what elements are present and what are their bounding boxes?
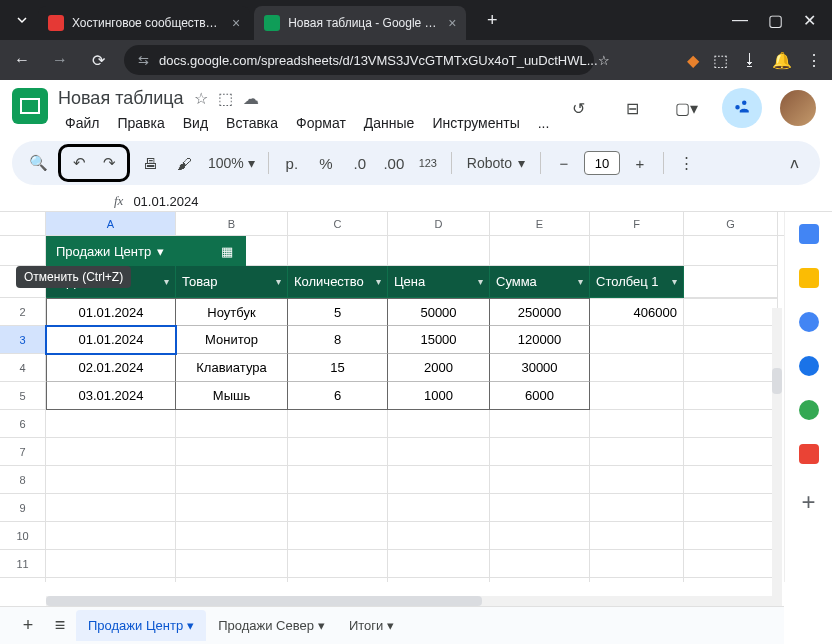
cell[interactable]: 2000 — [388, 354, 490, 382]
sheet-tab-1[interactable]: Продажи Север▾ — [206, 610, 337, 641]
cell[interactable]: 02.01.2024 — [46, 354, 176, 382]
address-bar[interactable]: ⇆ docs.google.com/spreadsheets/d/13VMS3J… — [124, 45, 594, 75]
close-button[interactable]: ✕ — [803, 11, 816, 30]
cell[interactable]: 6000 — [490, 382, 590, 410]
extension-icon[interactable]: ◆ — [687, 51, 699, 70]
new-tab-button[interactable]: + — [478, 10, 506, 31]
extensions-button[interactable]: ⬚ — [713, 51, 728, 70]
increase-font-button[interactable]: + — [626, 149, 654, 177]
menu-tools[interactable]: Инструменты — [425, 111, 526, 135]
col-header-D[interactable]: D — [388, 212, 490, 235]
cells[interactable]: Продажи Центр ▾ ▦ ✎ Дата▾ Товар▾ Количес… — [46, 236, 778, 582]
table-header[interactable]: Количество▾ — [288, 266, 388, 298]
add-sheet-button[interactable]: + — [12, 615, 44, 636]
back-button[interactable]: ← — [10, 51, 34, 69]
cell[interactable]: 250000 — [490, 298, 590, 326]
sheets-logo[interactable] — [12, 88, 48, 124]
notifications-icon[interactable]: 🔔 — [772, 51, 792, 70]
menu-button[interactable]: ⋮ — [806, 51, 822, 70]
addon-icon[interactable] — [799, 444, 819, 464]
menu-format[interactable]: Формат — [289, 111, 353, 135]
table-header[interactable]: Цена▾ — [388, 266, 490, 298]
col-header-F[interactable]: F — [590, 212, 684, 235]
decrease-decimal-button[interactable]: .0 — [346, 149, 374, 177]
keep-icon[interactable] — [799, 268, 819, 288]
minimize-button[interactable]: — — [732, 11, 748, 30]
menu-data[interactable]: Данные — [357, 111, 422, 135]
menu-file[interactable]: Файл — [58, 111, 106, 135]
tasks-icon[interactable] — [799, 312, 819, 332]
star-icon[interactable]: ☆ — [194, 89, 208, 108]
contacts-icon[interactable] — [799, 356, 819, 376]
row-header-10[interactable]: 10 — [0, 522, 46, 550]
cell[interactable]: 50000 — [388, 298, 490, 326]
vertical-scrollbar[interactable] — [772, 308, 782, 644]
tab-search-button[interactable] — [8, 6, 36, 34]
cell[interactable]: 15000 — [388, 326, 490, 354]
move-icon[interactable]: ⬚ — [218, 89, 233, 108]
calendar-icon[interactable] — [799, 224, 819, 244]
row-header-6[interactable]: 6 — [0, 410, 46, 438]
cell[interactable]: Ноутбук — [176, 298, 288, 326]
cell[interactable]: 15 — [288, 354, 388, 382]
site-info-icon[interactable]: ⇆ — [138, 53, 149, 68]
cloud-icon[interactable]: ☁ — [243, 89, 259, 108]
cell[interactable]: 30000 — [490, 354, 590, 382]
cell[interactable]: 5 — [288, 298, 388, 326]
cell-selected[interactable]: 01.01.2024 — [46, 326, 176, 354]
history-icon[interactable]: ↺ — [560, 90, 596, 126]
all-sheets-button[interactable]: ≡ — [44, 615, 76, 636]
bookmark-icon[interactable]: ☆ — [598, 53, 610, 68]
chevron-down-icon[interactable]: ▾ — [157, 244, 164, 259]
row-header-blank[interactable] — [0, 236, 46, 266]
browser-tab-1[interactable]: Новая таблица - Google Табли × — [254, 6, 466, 40]
increase-decimal-button[interactable]: .00 — [380, 149, 408, 177]
row-header-8[interactable]: 8 — [0, 466, 46, 494]
cell[interactable]: Монитор — [176, 326, 288, 354]
row-header-12[interactable]: 12 — [0, 578, 46, 582]
cell[interactable]: Клавиатура — [176, 354, 288, 382]
row-header-5[interactable]: 5 — [0, 382, 46, 410]
comments-icon[interactable]: ⊟ — [614, 90, 650, 126]
maps-icon[interactable] — [799, 400, 819, 420]
decrease-font-button[interactable]: − — [550, 149, 578, 177]
col-header-E[interactable]: E — [490, 212, 590, 235]
sheet-tab-2[interactable]: Итоги▾ — [337, 610, 406, 641]
paint-format-icon[interactable]: 🖌 — [170, 149, 198, 177]
cell[interactable]: 1000 — [388, 382, 490, 410]
share-button[interactable] — [722, 88, 762, 128]
more-formats-button[interactable]: 123 — [414, 149, 442, 177]
downloads-icon[interactable]: ⭳ — [742, 51, 758, 69]
cell[interactable]: 03.01.2024 — [46, 382, 176, 410]
cell[interactable]: Мышь — [176, 382, 288, 410]
undo-button[interactable]: ↶ — [65, 149, 93, 177]
currency-button[interactable]: р. — [278, 149, 306, 177]
cell[interactable]: 406000 — [590, 298, 684, 326]
cell[interactable]: 01.01.2024 — [46, 298, 176, 326]
maximize-button[interactable]: ▢ — [768, 11, 783, 30]
menu-view[interactable]: Вид — [176, 111, 215, 135]
select-all-corner[interactable] — [0, 212, 46, 235]
table-header[interactable]: Товар▾ — [176, 266, 288, 298]
meet-icon[interactable]: ▢▾ — [668, 90, 704, 126]
add-panel-button[interactable]: + — [801, 488, 815, 516]
print-icon[interactable]: 🖶 — [136, 149, 164, 177]
browser-tab-0[interactable]: Хостинговое сообщество «Tin × — [38, 6, 250, 40]
sheet-tab-0[interactable]: Продажи Центр▾ — [76, 610, 206, 641]
zoom-select[interactable]: 100%▾ — [204, 155, 259, 171]
col-header-G[interactable]: G — [684, 212, 778, 235]
col-header-C[interactable]: C — [288, 212, 388, 235]
table-options-button[interactable]: ▦ — [208, 236, 246, 266]
table-name-chip[interactable]: Продажи Центр ▾ — [46, 236, 208, 266]
row-header-7[interactable]: 7 — [0, 438, 46, 466]
font-select[interactable]: Roboto▾ — [461, 155, 531, 171]
font-size-input[interactable] — [584, 151, 620, 175]
cell[interactable]: 6 — [288, 382, 388, 410]
menu-edit[interactable]: Правка — [110, 111, 171, 135]
row-header-11[interactable]: 11 — [0, 550, 46, 578]
horizontal-scrollbar[interactable] — [46, 596, 772, 606]
formula-value[interactable]: 01.01.2024 — [133, 194, 198, 209]
close-icon[interactable]: × — [448, 15, 456, 31]
percent-button[interactable]: % — [312, 149, 340, 177]
cell[interactable]: 120000 — [490, 326, 590, 354]
